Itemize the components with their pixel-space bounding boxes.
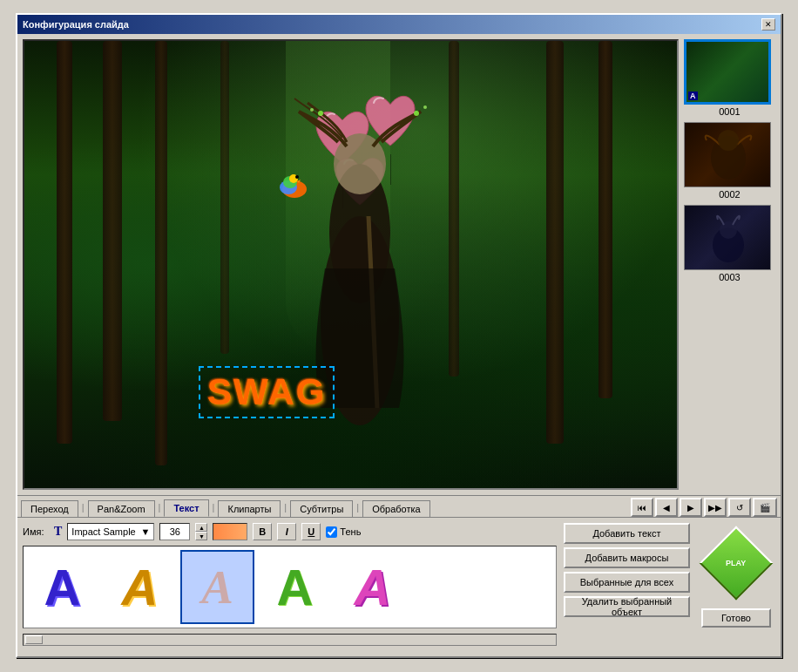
slide-label-1: 0001 — [684, 105, 775, 119]
tree-1 — [57, 41, 72, 444]
delete-object-button[interactable]: Удалить выбранный объект — [564, 596, 690, 617]
tree-3 — [155, 41, 167, 465]
play-diamond-button[interactable]: PLAY — [700, 526, 774, 601]
svg-point-11 — [423, 105, 427, 109]
style-scrollbar[interactable] — [23, 634, 557, 646]
tab-separator-1: | — [80, 502, 86, 512]
play-label: PLAY — [726, 559, 746, 567]
window-title: Конфигурация слайда — [23, 19, 129, 30]
bottom-right-panel: Добавить текст Добавить макросы Выбранны… — [564, 523, 690, 651]
window-content: SWAG A 0001 — [17, 34, 781, 656]
title-bar: Конфигурация слайда ✕ — [17, 15, 781, 34]
slide-thumb-2[interactable]: 0002 — [684, 122, 775, 201]
tree-6 — [449, 41, 459, 377]
slide-thumbnails-panel: A 0001 — [684, 39, 775, 490]
svg-point-16 — [720, 221, 737, 239]
svg-point-14 — [718, 130, 739, 151]
font-icon: T — [54, 525, 62, 539]
font-combo[interactable]: Impact Sample ▼ — [67, 523, 154, 540]
thumb-bg-1: A — [686, 42, 768, 102]
style-item-5[interactable]: A — [335, 550, 409, 624]
shadow-label: Тень — [340, 526, 361, 537]
spin-buttons: ▲ ▼ — [195, 523, 207, 540]
thumb-bg-3 — [685, 206, 770, 269]
skip-start-button[interactable]: ⏮ — [631, 498, 653, 517]
step-back-button[interactable]: ◀ — [655, 498, 678, 517]
loop-button[interactable]: ↺ — [728, 498, 751, 517]
step-forward-button[interactable]: ▶▶ — [704, 498, 727, 517]
bottom-panel: Имя: T Impact Sample ▼ ▲ ▼ B I U — [17, 517, 781, 656]
tab-clipart[interactable]: Клипарты — [218, 500, 281, 517]
name-label: Имя: — [23, 526, 49, 537]
tab-separator-4: | — [282, 502, 288, 512]
shadow-checkbox[interactable] — [326, 526, 337, 538]
slide-thumbnail-3[interactable] — [684, 205, 771, 270]
play-button[interactable]: ▶ — [680, 498, 702, 517]
name-row: Имя: T Impact Sample ▼ ▲ ▼ B I U — [23, 523, 557, 540]
style-item-2[interactable]: A — [103, 550, 177, 624]
tab-separator-3: | — [211, 502, 217, 512]
underline-button[interactable]: U — [301, 523, 321, 540]
far-right-panel: PLAY Готово — [697, 523, 775, 651]
slide-thumb-1[interactable]: A 0001 — [684, 39, 775, 119]
style-item-4[interactable]: A — [258, 550, 332, 624]
tab-panzoom[interactable]: Pan&Zoom — [88, 500, 155, 517]
font-name: Impact Sample — [71, 526, 135, 537]
spin-up-button[interactable]: ▲ — [195, 523, 207, 532]
style-letter-3: A — [201, 563, 233, 611]
thumb-bg-2 — [685, 123, 770, 187]
svg-point-8 — [318, 111, 323, 116]
style-letter-4: A — [277, 562, 314, 613]
transport-bar: ⏮ ◀ ▶ ▶▶ ↺ 🎬 — [631, 498, 777, 517]
tree-5 — [598, 41, 612, 398]
tab-transition[interactable]: Переход — [21, 500, 78, 517]
add-text-button[interactable]: Добавить текст — [564, 523, 690, 544]
tab-subtitles[interactable]: Субтитры — [290, 500, 353, 517]
swag-textbox[interactable]: SWAG — [199, 366, 335, 418]
thumb-a-badge: A — [688, 92, 698, 100]
main-window: Конфигурация слайда ✕ — [16, 13, 782, 658]
close-button[interactable]: ✕ — [761, 18, 775, 31]
apply-all-button[interactable]: Выбранные для всех — [564, 572, 690, 593]
done-button[interactable]: Готово — [701, 608, 771, 628]
style-previews: A A A A A — [23, 546, 557, 628]
svg-point-9 — [310, 108, 314, 112]
done-button-container: Готово — [700, 608, 772, 628]
tree-4 — [546, 41, 564, 444]
tab-text[interactable]: Текст — [164, 499, 208, 517]
tabs-bar: Переход | Pan&Zoom | Текст | Клипарты | … — [17, 495, 781, 517]
bold-button[interactable]: B — [253, 523, 272, 540]
slide-canvas[interactable]: SWAG — [23, 39, 679, 490]
tree-2 — [103, 41, 122, 421]
style-letter-2: A — [122, 562, 159, 613]
tab-separator-5: | — [355, 502, 361, 512]
shadow-check: Тень — [326, 526, 361, 538]
style-letter-1: A — [44, 562, 81, 613]
main-area: SWAG A 0001 — [17, 34, 781, 495]
style-item-1[interactable]: A — [25, 550, 99, 624]
spin-down-button[interactable]: ▼ — [195, 532, 207, 540]
add-macro-button[interactable]: Добавить макросы — [564, 547, 690, 568]
play-diamond-container: PLAY — [700, 533, 772, 593]
slide-label-3: 0003 — [684, 270, 775, 284]
slide-thumb-3[interactable]: 0003 — [684, 205, 775, 284]
tab-separator-2: | — [157, 502, 163, 512]
slide-label-2: 0002 — [684, 187, 775, 201]
italic-button[interactable]: I — [277, 523, 296, 540]
font-dropdown-arrow: ▼ — [140, 526, 150, 537]
slide-thumbnail-2[interactable] — [684, 122, 771, 187]
font-size-input[interactable] — [159, 523, 190, 540]
style-letter-5: A — [355, 562, 391, 613]
tab-effects[interactable]: Обработка — [362, 500, 429, 517]
title-bar-buttons: ✕ — [761, 18, 775, 31]
scroll-thumb[interactable] — [25, 635, 43, 644]
bottom-left-panel: Имя: T Impact Sample ▼ ▲ ▼ B I U — [23, 523, 557, 651]
slide-thumbnail-1[interactable]: A — [684, 39, 771, 105]
svg-point-10 — [414, 111, 419, 116]
record-button[interactable]: 🎬 — [753, 498, 777, 517]
canvas-inner: SWAG — [24, 41, 677, 488]
style-item-3[interactable]: A — [180, 550, 254, 624]
color-picker[interactable] — [213, 523, 247, 540]
swag-text: SWAG — [207, 371, 326, 412]
tree-7 — [220, 41, 229, 354]
